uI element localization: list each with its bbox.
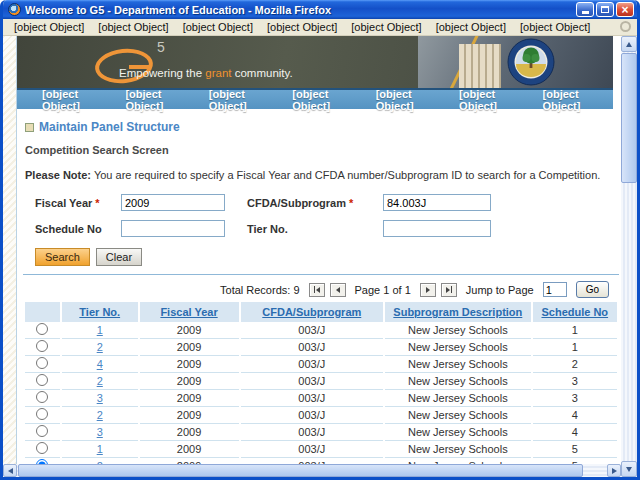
row-radio-button[interactable] <box>36 442 48 454</box>
scroll-right-button[interactable] <box>607 464 621 477</box>
nav-item[interactable]: [object Object] <box>196 88 279 112</box>
minimize-button[interactable] <box>576 2 594 17</box>
table-row: 2 2009 003/J New Jersey Schools 3 <box>25 373 617 390</box>
go-button[interactable]: Go <box>576 281 609 298</box>
cell-fiscal-year: 2009 <box>140 441 239 458</box>
search-form: Fiscal Year * CFDA/Subprogram * Schedule… <box>35 194 619 237</box>
clear-button[interactable]: Clear <box>96 248 142 266</box>
column-header-fiscal-year[interactable]: Fiscal Year <box>140 302 239 322</box>
search-button[interactable]: Search <box>35 248 90 266</box>
prev-page-button[interactable] <box>330 283 346 297</box>
row-radio-button[interactable] <box>36 357 48 369</box>
cell-fiscal-year: 2009 <box>140 424 239 441</box>
horizontal-scroll-thumb[interactable] <box>18 464 583 477</box>
jump-to-page-input[interactable] <box>543 282 567 297</box>
cell-schedule-no: 5 <box>533 441 617 458</box>
down-arrow-icon <box>626 467 632 472</box>
tier-link[interactable]: 2 <box>97 409 103 421</box>
row-radio-button[interactable] <box>36 374 48 386</box>
page-indicator: Page 1 of 1 <box>355 284 411 296</box>
menu-item[interactable]: [object Object] <box>176 20 260 34</box>
nav-item[interactable]: [object Object] <box>279 88 362 112</box>
jump-to-page-label: Jump to Page <box>466 284 534 296</box>
menu-item[interactable]: [object Object] <box>344 20 428 34</box>
education-seal-icon <box>507 38 555 86</box>
next-page-button[interactable] <box>420 283 436 297</box>
nav-item[interactable]: [object Object] <box>446 88 529 112</box>
cell-schedule-no: 3 <box>533 373 617 390</box>
nav-item[interactable]: [object Object] <box>530 88 613 112</box>
schedule-no-label: Schedule No <box>35 223 121 235</box>
window-title: Welcome to G5 - Department of Education … <box>25 4 572 16</box>
vertical-scroll-thumb[interactable] <box>621 53 637 183</box>
row-radio-button[interactable] <box>36 408 48 420</box>
horizontal-scrollbar[interactable] <box>3 464 621 477</box>
schedule-no-input[interactable] <box>121 220 225 237</box>
fiscal-year-label: Fiscal Year * <box>35 197 121 209</box>
tagline: Empowering the grant community. <box>119 67 293 79</box>
cell-description: New Jersey Schools <box>385 373 531 390</box>
cell-schedule-no: 4 <box>533 407 617 424</box>
cell-description: New Jersey Schools <box>385 441 531 458</box>
nav-item[interactable]: [object Object] <box>363 88 446 112</box>
maintain-panel-structure-link[interactable]: Maintain Panel Structure <box>39 120 180 134</box>
scroll-left-button[interactable] <box>3 464 17 477</box>
row-radio-button[interactable] <box>36 340 48 352</box>
cell-schedule-no: 2 <box>533 356 617 373</box>
table-row: 3 2009 003/J New Jersey Schools 4 <box>25 424 617 441</box>
tier-link[interactable]: 3 <box>97 426 103 438</box>
row-radio-button[interactable] <box>36 323 48 335</box>
cell-cfda: 003/J <box>241 373 384 390</box>
cell-fiscal-year: 2009 <box>140 339 239 356</box>
cell-cfda: 003/J <box>241 339 384 356</box>
column-header-tier[interactable]: Tier No. <box>62 302 138 322</box>
last-page-button[interactable] <box>441 283 457 297</box>
tier-link[interactable]: 1 <box>97 443 103 455</box>
cell-description: New Jersey Schools <box>385 356 531 373</box>
firefox-icon <box>8 3 21 16</box>
column-header-schedule[interactable]: Schedule No <box>533 302 617 322</box>
nav-item[interactable]: [object Object] <box>29 88 112 112</box>
tier-link[interactable]: 2 <box>97 341 103 353</box>
expand-icon[interactable] <box>25 123 34 132</box>
column-header-cfda[interactable]: CFDA/Subprogram <box>241 302 384 322</box>
vertical-scrollbar[interactable] <box>621 36 637 477</box>
tier-link[interactable]: 3 <box>97 392 103 404</box>
row-radio-button[interactable] <box>36 425 48 437</box>
fiscal-year-input[interactable] <box>121 194 225 211</box>
menu-item[interactable]: [object Object] <box>7 20 91 34</box>
maximize-button[interactable] <box>596 2 614 17</box>
web-page: 5 Empowering the grant community. [objec… <box>3 36 621 464</box>
menu-item[interactable]: [object Object] <box>513 20 597 34</box>
close-button[interactable] <box>616 2 634 17</box>
row-radio-button[interactable] <box>36 391 48 403</box>
scroll-down-button[interactable] <box>621 461 637 477</box>
cell-description: New Jersey Schools <box>385 424 531 441</box>
table-header-row: Tier No. Fiscal Year CFDA/Subprogram Sub… <box>25 302 617 322</box>
tier-no-label: Tier No. <box>247 223 383 235</box>
column-header-description[interactable]: Subprogram Description <box>385 302 531 322</box>
tier-no-input[interactable] <box>383 220 491 237</box>
header-banner: 5 Empowering the grant community. <box>17 36 613 88</box>
title-bar[interactable]: Welcome to G5 - Department of Education … <box>3 0 637 19</box>
table-row: 4 2009 003/J New Jersey Schools 2 <box>25 356 617 373</box>
menu-item[interactable]: [object Object] <box>260 20 344 34</box>
tier-link[interactable]: 2 <box>97 375 103 387</box>
scroll-up-button[interactable] <box>621 36 637 52</box>
left-arrow-icon <box>8 468 13 474</box>
tier-link[interactable]: 1 <box>97 324 103 336</box>
cell-schedule-no: 1 <box>533 339 617 356</box>
note-text: You are required to specify a Fiscal Yea… <box>91 169 600 181</box>
banner-building-image <box>459 44 501 88</box>
menu-item[interactable]: [object Object] <box>91 20 175 34</box>
tier-link[interactable]: 4 <box>97 358 103 370</box>
cell-cfda: 003/J <box>241 407 384 424</box>
cfda-input[interactable] <box>383 194 491 211</box>
cell-description: New Jersey Schools <box>385 322 531 339</box>
menu-item[interactable]: [object Object] <box>429 20 513 34</box>
table-row: 3 2009 003/J New Jersey Schools 3 <box>25 390 617 407</box>
results-table: Tier No. Fiscal Year CFDA/Subprogram Sub… <box>23 302 619 464</box>
nav-item[interactable]: [object Object] <box>112 88 195 112</box>
table-row: 2 2009 003/J New Jersey Schools 4 <box>25 407 617 424</box>
first-page-button[interactable] <box>309 283 325 297</box>
